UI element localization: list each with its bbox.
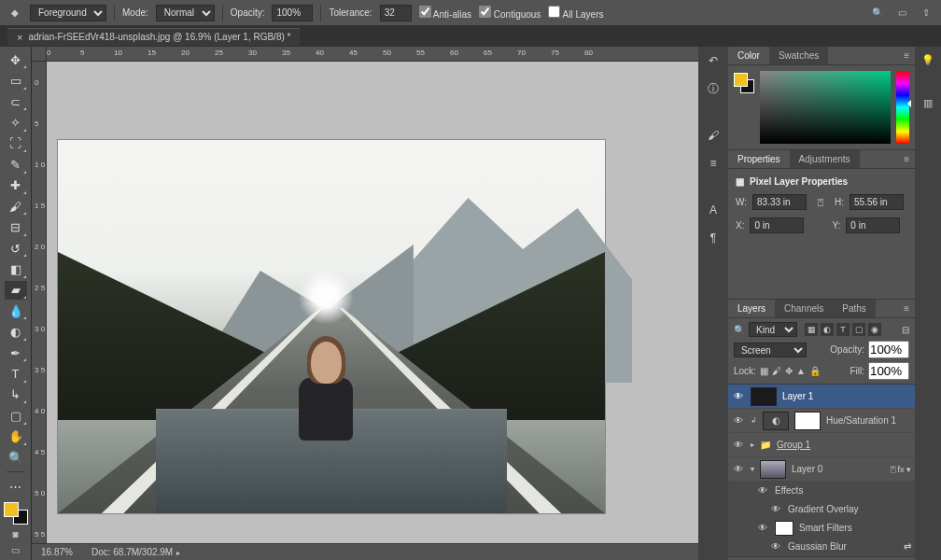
contiguous-checkbox[interactable]: Contiguous [479, 6, 541, 20]
y-input[interactable] [846, 217, 900, 233]
lock-nest-icon[interactable]: ▲ [796, 366, 806, 376]
lock-pos-icon[interactable]: ✥ [785, 366, 793, 376]
height-input[interactable] [850, 194, 904, 210]
smart-filter-item[interactable]: 👁 Gaussian Blur ⇄ [728, 538, 915, 556]
crop-tool[interactable]: ⛶ [5, 134, 27, 153]
visibility-icon[interactable]: 👁 [756, 485, 769, 496]
visibility-icon[interactable]: 👁 [769, 541, 782, 552]
layer-opacity-input[interactable] [868, 341, 909, 358]
lock-paint-icon[interactable]: 🖌 [772, 366, 781, 376]
tab-color[interactable]: Color [728, 47, 769, 64]
panel-menu-icon[interactable]: ≡ [898, 303, 915, 314]
shape-tool[interactable]: ▢ [5, 406, 27, 425]
libraries-icon[interactable]: ▥ [920, 95, 935, 110]
panel-menu-icon[interactable]: ≡ [898, 50, 915, 61]
bucket-tool[interactable]: ▰ [5, 281, 27, 300]
x-input[interactable] [750, 217, 804, 233]
paragraph-icon[interactable]: ¶ [705, 230, 722, 246]
path-tool[interactable]: ↳ [5, 385, 27, 404]
tolerance-input[interactable] [380, 5, 412, 21]
bulb-icon[interactable]: 💡 [920, 52, 935, 67]
fill-input[interactable] [868, 362, 909, 380]
blur-tool[interactable]: 💧 [5, 301, 27, 320]
hue-slider[interactable] [896, 71, 909, 144]
visibility-icon[interactable]: 👁 [732, 464, 745, 474]
fill-source-select[interactable]: Foreground [30, 5, 106, 21]
character-icon[interactable]: A [705, 202, 722, 218]
tab-channels[interactable]: Channels [775, 300, 833, 317]
styles-icon[interactable]: ≡ [705, 155, 722, 172]
visibility-icon[interactable]: 👁 [756, 523, 769, 533]
color-swatches[interactable] [4, 502, 28, 525]
mode-select[interactable]: Normal [156, 5, 215, 21]
eyedropper-tool[interactable]: ✎ [5, 155, 27, 174]
tab-layers[interactable]: Layers [728, 300, 775, 317]
filter-kind-select[interactable]: Kind [749, 322, 797, 337]
type-tool[interactable]: T [5, 364, 27, 383]
visibility-icon[interactable]: 👁 [732, 391, 745, 401]
tab-properties[interactable]: Properties [728, 150, 790, 168]
filter-shape-icon[interactable]: ▢ [852, 323, 865, 336]
chevron-right-icon[interactable]: ▸ [751, 441, 754, 449]
tool-preset-icon[interactable]: ◆ [7, 6, 22, 21]
link-icon[interactable]: ⍞ [812, 197, 829, 207]
info-icon[interactable]: ⓘ [705, 80, 722, 97]
visibility-icon[interactable]: 👁 [732, 415, 745, 426]
edit-toolbar[interactable]: ⋯ [5, 477, 27, 496]
zoom-tool[interactable]: 🔍 [5, 448, 27, 467]
magic-wand-tool[interactable]: ✧ [5, 113, 27, 132]
document-tab[interactable]: × adrian-FrSEEdVr418-unsplash.jpg @ 16.9… [7, 28, 300, 46]
marquee-tool[interactable]: ▭ [5, 71, 27, 90]
dodge-tool[interactable]: ◐ [5, 322, 27, 341]
filter-options-icon[interactable]: ⇄ [904, 541, 911, 552]
filter-toggle[interactable]: ⊟ [902, 325, 909, 335]
adjustment-thumb[interactable]: ◐ [763, 412, 789, 430]
lock-trans-icon[interactable]: ▦ [760, 366, 768, 376]
visibility-icon[interactable]: 👁 [769, 504, 782, 514]
workspace-icon[interactable]: ▭ [894, 6, 909, 21]
color-field[interactable] [760, 71, 891, 144]
panel-menu-icon[interactable]: ≡ [898, 154, 915, 164]
stamp-tool[interactable]: ⊟ [5, 217, 27, 236]
layer-thumb[interactable] [751, 387, 777, 406]
blend-mode-select[interactable]: Screen [734, 343, 807, 357]
opacity-input[interactable] [272, 5, 313, 21]
quick-mask-icon[interactable]: ◙ [8, 528, 23, 540]
tab-adjustments[interactable]: Adjustments [790, 150, 860, 168]
chevron-down-icon[interactable]: ▾ [751, 465, 754, 473]
color-fg-bg[interactable] [734, 73, 754, 93]
link-badge[interactable]: ⍞ [891, 465, 895, 474]
hand-tool[interactable]: ✋ [5, 427, 27, 446]
effects-row[interactable]: 👁 Effects [728, 482, 915, 500]
filter-mask-thumb[interactable] [775, 521, 794, 536]
eraser-tool[interactable]: ◧ [5, 259, 27, 278]
history-brush-tool[interactable]: ↺ [5, 239, 27, 258]
layer-row[interactable]: 👁 ▾ Layer 0 ⍞fx ▾ [728, 457, 915, 482]
all-layers-checkbox[interactable]: All Layers [548, 6, 603, 20]
tab-swatches[interactable]: Swatches [769, 47, 828, 64]
zoom-level[interactable]: 16.87% [41, 547, 73, 557]
tab-paths[interactable]: Paths [833, 300, 876, 317]
visibility-icon[interactable]: 👁 [732, 440, 745, 450]
effect-item[interactable]: 👁 Gradient Overlay [728, 500, 915, 519]
history-icon[interactable]: ↶ [705, 52, 722, 69]
layer-thumb[interactable] [760, 460, 786, 479]
lasso-tool[interactable]: ⊂ [5, 92, 27, 111]
healing-tool[interactable]: ✚ [5, 176, 27, 195]
layer-row[interactable]: 👁 Layer 1 [728, 385, 915, 409]
filter-smart-icon[interactable]: ◉ [868, 323, 881, 336]
pen-tool[interactable]: ✒ [5, 343, 27, 362]
layer-row-group[interactable]: 👁 ▸ 📁 Group 1 [728, 433, 915, 457]
fx-badge[interactable]: fx ▾ [897, 465, 911, 474]
mask-thumb[interactable] [794, 412, 821, 430]
brush-tool[interactable]: 🖌 [5, 197, 27, 216]
filter-icon[interactable]: 🔍 [734, 325, 745, 335]
lock-all-icon[interactable]: 🔒 [809, 366, 821, 376]
filter-type-icon[interactable]: T [836, 323, 850, 336]
close-icon[interactable]: × [17, 32, 22, 43]
smart-filters-row[interactable]: 👁 Smart Filters [728, 519, 915, 538]
move-tool[interactable]: ✥ [5, 50, 27, 69]
brush-panel-icon[interactable]: 🖌 [705, 127, 722, 144]
layer-row[interactable]: 👁 ↲ ◐ Hue/Saturation 1 [728, 409, 915, 433]
doc-size[interactable]: Doc: 68.7M/302.9M▸ [91, 547, 180, 557]
